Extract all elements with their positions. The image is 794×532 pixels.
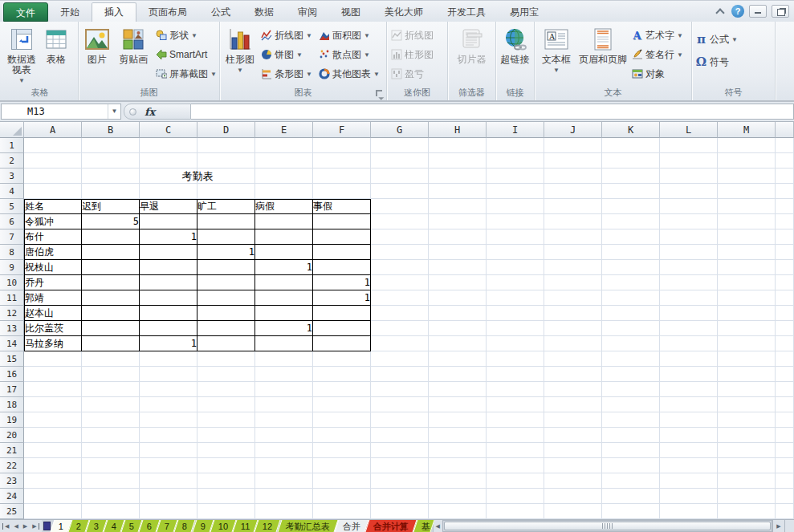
pivottable-button[interactable]: 数据透视表 ▼ [3,24,40,85]
row-header-14[interactable]: 14 [0,336,24,351]
cell-D20[interactable] [197,428,255,443]
cell-E7[interactable] [255,229,313,245]
cell-F23[interactable] [313,473,371,489]
cell-D19[interactable] [197,412,255,428]
ribbon-tab-10[interactable]: 易用宝 [498,3,551,22]
row-header-10[interactable]: 10 [0,275,24,290]
row-header-18[interactable]: 18 [0,397,24,412]
cell-I19[interactable] [487,412,544,428]
select-all-corner[interactable] [0,122,24,138]
cell-I7[interactable] [487,229,544,245]
cell-B4[interactable] [82,184,140,199]
row-header-7[interactable]: 7 [0,229,24,245]
wordart-button[interactable]: A 艺术字▼ [629,26,686,44]
cell-C15[interactable] [140,351,197,367]
horizontal-scrollbar-thumb[interactable] [444,522,771,530]
shapes-button[interactable]: 形状▼ [153,26,218,44]
cell-F17[interactable] [313,382,371,397]
restore-window-icon[interactable] [772,5,789,18]
cell-J5[interactable] [544,199,602,214]
cell-partial-2[interactable] [776,153,794,169]
cell-C10[interactable] [140,275,197,290]
cell-M4[interactable] [718,184,776,199]
cell-K16[interactable] [602,367,660,382]
cell-M18[interactable] [718,397,776,412]
column-header-F[interactable]: F [313,122,371,138]
picture-button[interactable]: 图片 [80,24,114,85]
cell-A20[interactable] [24,428,82,443]
cell-L4[interactable] [660,184,718,199]
cell-G14[interactable] [371,336,429,351]
cell-K7[interactable] [602,229,660,245]
cell-G6[interactable] [371,214,429,229]
cell-H22[interactable] [429,458,487,473]
cell-K9[interactable] [602,260,660,275]
sheet-tab-16[interactable]: 基 [413,520,434,532]
cell-F16[interactable] [313,367,371,382]
cell-J8[interactable] [544,245,602,260]
sheet-tab-13[interactable]: 考勤汇总表 [277,520,338,532]
row-header-13[interactable]: 13 [0,321,24,336]
cell-H9[interactable] [429,260,487,275]
cell-F4[interactable] [313,184,371,199]
cell-D3[interactable] [197,169,255,184]
pie-chart-button[interactable]: 饼图▼ [259,46,316,63]
other-charts-button[interactable]: 其他图表▼ [316,65,384,83]
row-header-17[interactable]: 17 [0,382,24,397]
cell-I8[interactable] [487,245,544,260]
cell-M11[interactable] [718,290,776,306]
cell-A3[interactable] [24,169,82,184]
cell-E15[interactable] [255,351,313,367]
cell-J7[interactable] [544,229,602,245]
cell-I4[interactable] [487,184,544,199]
cell-I13[interactable] [487,321,544,336]
cell-J2[interactable] [544,153,602,169]
column-header-J[interactable]: J [544,122,602,138]
cell-L19[interactable] [660,412,718,428]
cell-H20[interactable] [429,428,487,443]
cell-F9[interactable] [313,260,371,275]
cell-B10[interactable] [82,275,140,290]
cell-I22[interactable] [487,458,544,473]
cell-K1[interactable] [602,138,660,153]
cell-partial-10[interactable] [776,275,794,290]
cell-B8[interactable] [82,245,140,260]
cell-B1[interactable] [82,138,140,153]
cell-M7[interactable] [718,229,776,245]
cell-F3[interactable] [313,169,371,184]
cell-K22[interactable] [602,458,660,473]
cell-B18[interactable] [82,397,140,412]
cell-L6[interactable] [660,214,718,229]
cell-F21[interactable] [313,443,371,458]
cell-D9[interactable] [197,260,255,275]
scatter-chart-button[interactable]: 散点图▼ [316,46,384,63]
cell-E9[interactable]: 1 [255,260,313,275]
cell-A16[interactable] [24,367,82,382]
cell-A11[interactable]: 郭靖 [24,290,82,306]
object-button[interactable]: 对象 [629,65,686,83]
bar-chart-button[interactable]: 条形图▼ [259,65,316,83]
insert-function-area[interactable]: fx [124,104,191,120]
cell-H6[interactable] [429,214,487,229]
cell-K3[interactable] [602,169,660,184]
cell-I6[interactable] [487,214,544,229]
equation-button[interactable]: π 公式▼ [694,30,771,48]
row-header-23[interactable]: 23 [0,473,24,489]
cell-H15[interactable] [429,351,487,367]
cell-M15[interactable] [718,351,776,367]
column-header-M[interactable]: M [718,122,776,138]
cell-B22[interactable] [82,458,140,473]
cell-J19[interactable] [544,412,602,428]
cell-L16[interactable] [660,367,718,382]
cell-H25[interactable] [429,504,487,519]
cell-I24[interactable] [487,489,544,504]
cell-D22[interactable] [197,458,255,473]
cell-K24[interactable] [602,489,660,504]
cell-J9[interactable] [544,260,602,275]
cell-H12[interactable] [429,306,487,321]
smartart-button[interactable]: SmartArt [153,46,218,63]
minimize-ribbon-icon[interactable] [714,6,727,17]
cell-A2[interactable] [24,153,82,169]
cell-F20[interactable] [313,428,371,443]
sparkline-winloss-button[interactable]: 盈亏 [389,65,445,83]
